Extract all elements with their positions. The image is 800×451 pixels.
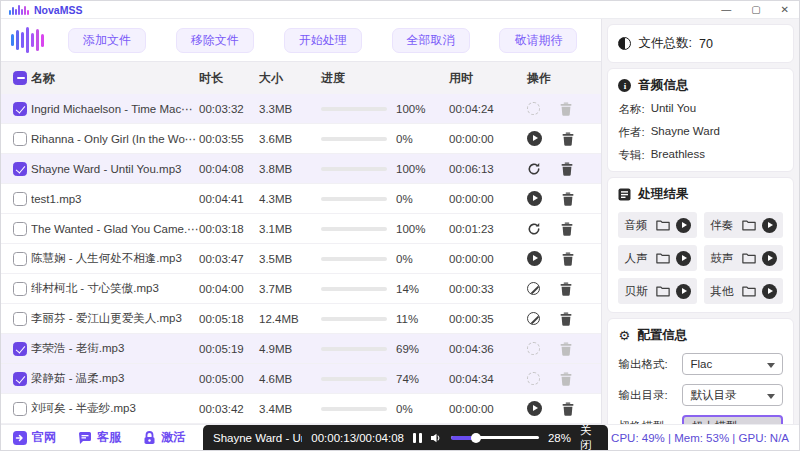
chat-icon bbox=[78, 431, 92, 445]
file-duration: 00:04:08 bbox=[199, 163, 259, 175]
results-title: 处理结果 bbox=[638, 186, 688, 203]
table-row[interactable]: Rihanna - Only Girl (In the Wo⋯00:03:553… bbox=[1, 124, 601, 154]
row-checkbox[interactable] bbox=[13, 102, 27, 116]
progress-label: 14% bbox=[396, 283, 419, 295]
results-card: 处理结果 音频伴奏人声鼓声贝斯其他 bbox=[607, 177, 794, 313]
row-checkbox[interactable] bbox=[13, 192, 27, 206]
elapsed-time: 00:00:00 bbox=[449, 253, 521, 265]
file-size: 3.6MB bbox=[259, 133, 321, 145]
elapsed-time: 00:06:13 bbox=[449, 163, 521, 175]
add-files-button[interactable]: 添加文件 bbox=[68, 28, 146, 53]
play-icon[interactable] bbox=[676, 218, 691, 233]
progress-bar bbox=[321, 317, 387, 321]
cancel-button[interactable] bbox=[527, 282, 540, 295]
album-label: 专辑: bbox=[618, 148, 644, 163]
start-process-button[interactable]: 开始处理 bbox=[284, 28, 362, 53]
table-row[interactable]: 李丽芬 - 爱江山更爱美人.mp300:05:1812.4MB11%00:00:… bbox=[1, 304, 601, 334]
row-checkbox[interactable] bbox=[13, 372, 27, 386]
track-name-value: Until You bbox=[651, 102, 696, 117]
cancel-button[interactable] bbox=[527, 312, 540, 325]
row-checkbox[interactable] bbox=[13, 282, 27, 296]
play-button[interactable] bbox=[527, 401, 542, 416]
play-button[interactable] bbox=[527, 131, 542, 146]
footer-link-label: 激活 bbox=[161, 429, 185, 446]
remove-files-button[interactable]: 移除文件 bbox=[176, 28, 254, 53]
delete-button[interactable] bbox=[562, 132, 574, 146]
table-row[interactable]: 刘珂矣 - 半壶纱.mp300:03:423.4MB0%00:00:00 bbox=[1, 394, 601, 424]
output-dir-select[interactable]: 默认目录 bbox=[682, 384, 783, 406]
row-checkbox[interactable] bbox=[13, 162, 27, 176]
delete-button[interactable] bbox=[562, 192, 574, 206]
refresh-button[interactable] bbox=[527, 162, 541, 176]
file-duration: 00:03:32 bbox=[199, 103, 259, 115]
table-row[interactable]: Ingrid Michaelson - Time Mac⋯00:03:323.3… bbox=[1, 94, 601, 124]
external-link-icon bbox=[13, 431, 27, 445]
coming-soon-button[interactable]: 敬请期待 bbox=[499, 28, 577, 53]
play-button[interactable] bbox=[527, 251, 542, 266]
delete-button[interactable] bbox=[562, 252, 574, 266]
play-icon[interactable] bbox=[762, 251, 777, 266]
support-link[interactable]: 客服 bbox=[78, 429, 121, 446]
play-icon[interactable] bbox=[762, 218, 777, 233]
folder-icon[interactable] bbox=[742, 252, 756, 264]
delete-button[interactable] bbox=[560, 282, 572, 296]
activate-link[interactable]: 激活 bbox=[143, 429, 185, 446]
player-time: 00:00:13/00:04:08 bbox=[311, 432, 404, 444]
progress-label: 74% bbox=[396, 373, 419, 385]
delete-button[interactable] bbox=[561, 222, 573, 236]
refresh-button[interactable] bbox=[527, 222, 541, 236]
volume-slider[interactable] bbox=[451, 432, 539, 444]
folder-icon[interactable] bbox=[742, 219, 756, 231]
file-name: Ingrid Michaelson - Time Mac⋯ bbox=[31, 102, 199, 116]
folder-icon[interactable] bbox=[656, 219, 670, 231]
play-icon[interactable] bbox=[676, 251, 691, 266]
result-item: 其他 bbox=[704, 278, 783, 304]
delete-button bbox=[560, 102, 572, 116]
maximize-button[interactable]: ▢ bbox=[751, 5, 760, 15]
row-checkbox[interactable] bbox=[13, 312, 27, 326]
cancel-all-button[interactable]: 全部取消 bbox=[392, 28, 470, 53]
file-duration: 00:03:47 bbox=[199, 253, 259, 265]
folder-icon[interactable] bbox=[656, 252, 670, 264]
table-row[interactable]: The Wanted - Glad You Came.⋯00:03:183.1M… bbox=[1, 214, 601, 244]
model-select[interactable]: 超大模型 bbox=[682, 415, 783, 424]
col-elapsed: 用时 bbox=[449, 70, 521, 87]
close-button[interactable]: ✕ bbox=[781, 5, 789, 15]
row-checkbox[interactable] bbox=[13, 342, 27, 356]
col-progress: 进度 bbox=[321, 70, 449, 87]
delete-button[interactable] bbox=[560, 312, 572, 326]
row-checkbox[interactable] bbox=[13, 252, 27, 266]
select-all-checkbox[interactable] bbox=[13, 71, 27, 85]
delete-button[interactable] bbox=[561, 162, 573, 176]
table-row[interactable]: 陈慧娴 - 人生何处不相逢.mp300:03:473.5MB0%00:00:00 bbox=[1, 244, 601, 274]
progress-label: 100% bbox=[396, 163, 425, 175]
player-close-button[interactable]: 关闭 bbox=[580, 423, 598, 451]
play-button[interactable] bbox=[527, 191, 542, 206]
row-checkbox[interactable] bbox=[13, 402, 27, 416]
official-site-link[interactable]: 官网 bbox=[13, 429, 56, 446]
pause-button[interactable] bbox=[413, 433, 422, 443]
result-label: 鼓声 bbox=[710, 251, 736, 266]
row-checkbox[interactable] bbox=[13, 222, 27, 236]
folder-icon[interactable] bbox=[656, 285, 670, 297]
table-row[interactable]: 绯村柯北 - 寸心笑傲.mp300:04:003.7MB14%00:00:33 bbox=[1, 274, 601, 304]
play-icon[interactable] bbox=[676, 284, 691, 299]
col-name: 名称 bbox=[31, 70, 199, 87]
play-icon[interactable] bbox=[762, 284, 777, 299]
table-row[interactable]: Shayne Ward - Until You.mp300:04:083.8MB… bbox=[1, 154, 601, 184]
volume-icon[interactable] bbox=[431, 432, 442, 444]
table-row[interactable]: 李荣浩 - 老街.mp300:05:194.9MB69%00:04:36 bbox=[1, 334, 601, 364]
table-row[interactable]: test1.mp300:04:414.3MB0%00:00:00 bbox=[1, 184, 601, 214]
table-row[interactable]: 梁静茹 - 温柔.mp300:05:004.6MB74%00:04:34 bbox=[1, 364, 601, 394]
minimize-button[interactable]: — bbox=[721, 5, 731, 15]
file-name: 刘珂矣 - 半壶纱.mp3 bbox=[31, 401, 199, 416]
config-label: 输出格式: bbox=[618, 357, 676, 372]
footer-bar: 官网客服激活 Shayne Ward - Until⋯ 00:00:13/00:… bbox=[1, 424, 799, 450]
file-name: Shayne Ward - Until You.mp3 bbox=[31, 163, 199, 175]
delete-button[interactable] bbox=[562, 402, 574, 416]
loading-spinner-icon bbox=[527, 372, 540, 385]
output-format-select[interactable]: Flac bbox=[682, 353, 783, 375]
folder-icon[interactable] bbox=[742, 285, 756, 297]
row-checkbox[interactable] bbox=[13, 132, 27, 146]
player-track-title: Shayne Ward - Until⋯ bbox=[213, 431, 302, 445]
